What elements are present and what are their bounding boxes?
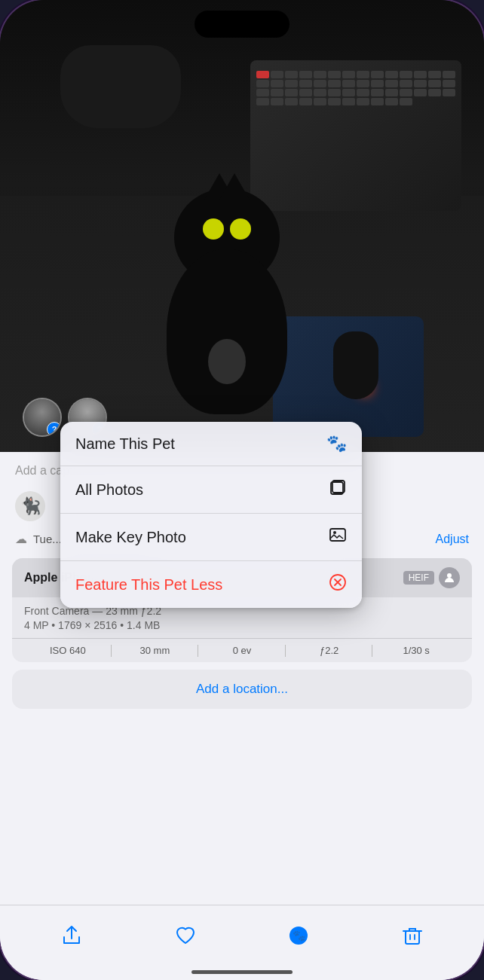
key-photo-icon: [329, 526, 347, 548]
date-text: ☁ Tue...: [15, 532, 62, 546]
camera-badges: HEIF: [403, 567, 460, 588]
stack-photos-icon: [329, 478, 347, 501]
svg-rect-3: [330, 529, 345, 541]
menu-item-all-photos[interactable]: All Photos: [60, 466, 362, 514]
format-badge: HEIF: [403, 571, 434, 585]
photo-area[interactable]: ? ?: [0, 0, 484, 459]
exif-ev: 0 ev: [198, 645, 286, 656]
phone-frame: ? ? Add a caption... 🐈‍⬛ ☁: [0, 0, 484, 980]
avatar-1[interactable]: ?: [23, 398, 62, 437]
svg-point-0: [447, 573, 452, 578]
person-badge: [439, 567, 460, 588]
avatar-question-1: ?: [47, 422, 62, 437]
mouse: [333, 331, 378, 399]
exif-row: ISO 640 30 mm 0 ev ƒ2.2 1/30 s: [12, 638, 472, 662]
favorite-button[interactable]: [163, 913, 208, 958]
context-menu: Name This Pet All Photos Make Key Photo: [60, 422, 362, 608]
cat: [152, 188, 302, 414]
circle-x-icon: [329, 573, 347, 596]
menu-item-key-photo[interactable]: Make Key Photo: [60, 514, 362, 561]
name-this-pet-label: Name This Pet: [75, 435, 175, 453]
pet-icon: 🐈‍⬛: [15, 491, 45, 521]
paw-icon: [326, 434, 347, 453]
add-location-button[interactable]: Add a location...: [12, 670, 472, 709]
exif-iso: ISO 640: [24, 645, 112, 656]
svg-point-4: [333, 531, 336, 534]
share-button[interactable]: [49, 913, 94, 958]
bottom-toolbar: 🐾: [0, 905, 484, 980]
camera-specs: 4 MP • 1769 × 2516 • 1.4 MB: [24, 619, 460, 631]
dynamic-island: [195, 11, 289, 38]
delete-button[interactable]: [390, 913, 435, 958]
exif-shutter: 1/30 s: [372, 645, 460, 656]
adjust-button[interactable]: Adjust: [436, 533, 469, 546]
cloud-icon: ☁: [15, 532, 27, 546]
pet-button[interactable]: 🐾: [276, 913, 321, 958]
all-photos-label: All Photos: [75, 481, 143, 499]
menu-item-name-pet[interactable]: Name This Pet: [60, 422, 362, 466]
exif-aperture: ƒ2.2: [286, 645, 373, 656]
svg-text:🐾: 🐾: [293, 930, 306, 942]
svg-rect-8: [406, 931, 419, 944]
home-indicator: [191, 970, 293, 974]
gamepad: [60, 45, 181, 128]
feature-less-label: Feature This Pet Less: [75, 576, 222, 594]
menu-item-feature-less[interactable]: Feature This Pet Less: [60, 561, 362, 608]
exif-focal: 30 mm: [112, 645, 199, 656]
make-key-photo-label: Make Key Photo: [75, 529, 186, 546]
